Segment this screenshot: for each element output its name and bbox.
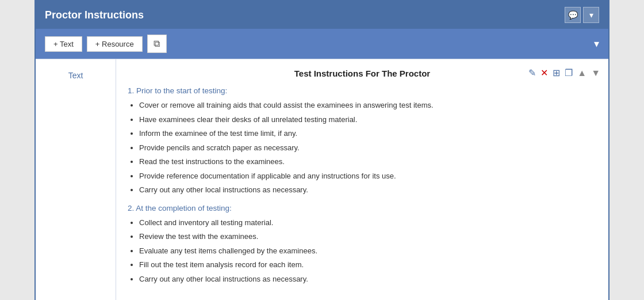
copy-icon: ⧉ [154,39,160,49]
edit-icon[interactable]: ✎ [527,66,537,79]
section-1: 1. Prior to the start of testing: Cover … [128,86,597,196]
toolbar-bar: + Text + Resource ⧉ ▾ [36,29,608,59]
list-item: Collect and inventory all testing materi… [139,217,597,229]
list-item: Cover or remove all training aids that c… [139,100,597,111]
list-item: Inform the examinee of the test time lim… [139,128,597,139]
add-resource-button[interactable]: + Resource [87,36,143,52]
content-row: Text ✎ ✕ ⊞ ❐ ▲ ▼ Test Instructions For T… [36,59,608,300]
main-container: Proctor Instructions 💬 ▾ + Text + Resour… [34,0,610,300]
header-collapse-button[interactable]: ▾ [583,7,599,23]
move-down-icon[interactable]: ▼ [590,67,601,79]
action-icons: ✎ ✕ ⊞ ❐ ▲ ▼ [527,66,601,79]
toolbar-buttons: + Text + Resource ⧉ [45,35,167,53]
toolbar-chevron-icon: ▾ [594,38,599,50]
section-2-heading: 2. At the completion of testing: [128,204,597,212]
section-2: 2. At the completion of testing: Collect… [128,204,597,285]
chat-icon: 💬 [568,10,578,20]
chat-icon-button[interactable]: 💬 [565,7,581,23]
list-item: Fill out the test item analysis record f… [139,259,597,271]
copy2-icon[interactable]: ❐ [564,66,574,79]
list-item: Carry out any other local instructions a… [139,274,597,285]
list-item: Review the test with the examinees. [139,231,597,242]
page-title: Proctor Instructions [45,9,144,21]
header-bar: Proctor Instructions 💬 ▾ [36,1,608,29]
content-type-label: Text [68,71,83,293]
section-1-heading: 1. Prior to the start of testing: [128,86,597,95]
toolbar-collapse-button[interactable]: ▾ [594,37,599,50]
list-item: Evaluate any test items challenged by th… [139,245,597,257]
list-item: Have examinees clear their desks of all … [139,114,597,126]
add-text-button[interactable]: + Text [45,36,82,52]
right-content: ✎ ✕ ⊞ ❐ ▲ ▼ Test Instructions For The Pr… [116,59,608,300]
list-item: Provide pencils and scratch paper as nec… [139,142,597,154]
section-2-list: Collect and inventory all testing materi… [139,217,597,285]
copy1-icon[interactable]: ⊞ [551,66,561,79]
delete-icon[interactable]: ✕ [539,66,549,79]
left-label: Text [36,59,116,300]
list-item: Carry out any other local instructions a… [139,184,597,196]
header-icons: 💬 ▾ [565,7,599,23]
add-text-label: + Text [53,40,74,48]
content-area: Text ✎ ✕ ⊞ ❐ ▲ ▼ Test Instructions For T… [36,59,608,300]
list-item: Provide reference documentation if appli… [139,170,597,182]
move-up-icon[interactable]: ▲ [576,67,588,79]
add-resource-label: + Resource [95,40,134,48]
section-1-list: Cover or remove all training aids that c… [139,100,597,196]
content-title: Test Instructions For The Proctor [128,69,597,78]
toolbar-copy-button[interactable]: ⧉ [147,35,167,53]
chevron-down-icon: ▾ [589,10,593,20]
list-item: Read the test instructions to the examin… [139,156,597,168]
